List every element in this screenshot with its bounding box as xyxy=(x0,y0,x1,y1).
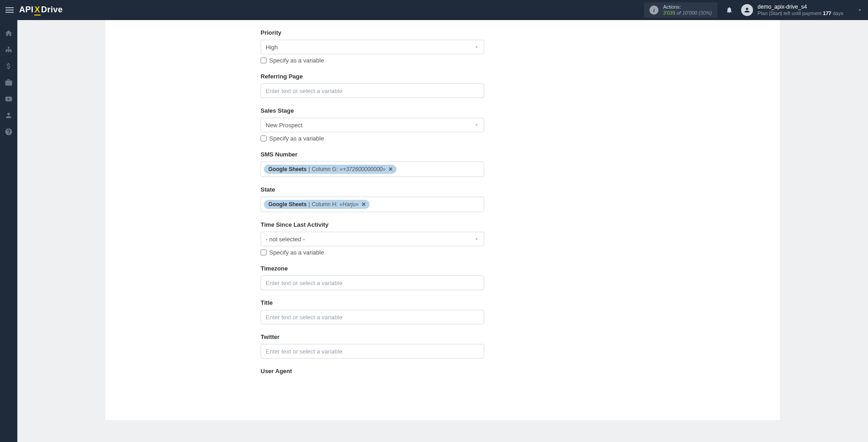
time-since-checkbox[interactable] xyxy=(261,250,267,255)
title-input[interactable] xyxy=(266,314,479,321)
timezone-input-box[interactable] xyxy=(261,276,484,290)
title-input-box[interactable] xyxy=(261,310,484,324)
actions-text: Actions: 3'039 of 10'000 (30%) xyxy=(663,4,712,16)
field-title: Title xyxy=(261,299,625,324)
form-card: Priority High Specify as a variable Refe… xyxy=(105,20,780,420)
state-tag[interactable]: Google Sheets | Column H: «Harju» ✕ xyxy=(264,200,370,209)
user-agent-label: User Agent xyxy=(261,368,625,374)
header-left: APIXDrive xyxy=(5,5,63,16)
sales-stage-checkbox-label[interactable]: Specify as a variable xyxy=(269,135,324,142)
plan-prefix: Plan |Start| left until payment xyxy=(758,10,821,16)
timezone-input[interactable] xyxy=(266,280,479,286)
priority-value: High xyxy=(266,44,474,51)
tag-value: «Harju» xyxy=(340,201,359,208)
actions-label: Actions: xyxy=(663,4,712,10)
user-icon[interactable] xyxy=(5,111,13,120)
svg-rect-3 xyxy=(10,51,12,52)
logo-part3: Drive xyxy=(41,5,63,15)
twitter-label: Twitter xyxy=(261,333,625,340)
time-since-checkbox-label[interactable]: Specify as a variable xyxy=(269,249,324,256)
tag-value: «+372600000000» xyxy=(340,166,386,172)
field-sales-stage: Sales Stage New Prospect Specify as a va… xyxy=(261,107,625,142)
referring-page-input-box[interactable] xyxy=(261,83,484,98)
user-menu[interactable]: demo_apix-drive_s4 Plan |Start| left unt… xyxy=(741,4,863,16)
actions-total: 10'000 xyxy=(682,10,697,16)
sales-stage-checkbox-row: Specify as a variable xyxy=(261,135,625,142)
tag-remove-icon[interactable]: ✕ xyxy=(361,201,366,208)
actions-box[interactable]: i Actions: 3'039 of 10'000 (30%) xyxy=(644,2,717,18)
field-priority: Priority High Specify as a variable xyxy=(261,29,625,64)
main: Priority High Specify as a variable Refe… xyxy=(17,20,868,420)
youtube-icon[interactable] xyxy=(5,95,13,103)
sales-stage-label: Sales Stage xyxy=(261,107,625,114)
actions-of: of xyxy=(677,10,681,16)
state-input[interactable]: Google Sheets | Column H: «Harju» ✕ xyxy=(261,197,484,212)
username: demo_apix-drive_s4 xyxy=(758,4,843,10)
avatar xyxy=(741,4,753,16)
field-state: State Google Sheets | Column H: «Harju» … xyxy=(261,186,625,212)
svg-rect-0 xyxy=(8,47,10,48)
referring-page-label: Referring Page xyxy=(261,73,625,80)
svg-rect-1 xyxy=(5,51,7,52)
sitemap-icon[interactable] xyxy=(5,46,13,54)
timezone-label: Timezone xyxy=(261,265,625,272)
help-icon[interactable] xyxy=(5,128,13,136)
logo[interactable]: APIXDrive xyxy=(19,5,63,16)
priority-checkbox-row: Specify as a variable xyxy=(261,57,625,64)
tag-remove-icon[interactable]: ✕ xyxy=(388,166,393,172)
header-right: i Actions: 3'039 of 10'000 (30%) demo_ap… xyxy=(644,2,863,18)
logo-part1: API xyxy=(19,5,34,15)
sales-stage-value: New Prospect xyxy=(266,122,474,129)
sms-number-input[interactable]: Google Sheets | Column G: «+372600000000… xyxy=(261,161,484,177)
chevron-down-icon xyxy=(474,236,479,242)
priority-label: Priority xyxy=(261,29,625,36)
time-since-value: - not selected - xyxy=(266,236,474,243)
field-twitter: Twitter xyxy=(261,333,625,359)
sales-stage-checkbox[interactable] xyxy=(261,135,267,141)
menu-icon[interactable] xyxy=(5,7,14,13)
field-sms-number: SMS Number Google Sheets | Column G: «+3… xyxy=(261,151,625,177)
sms-number-label: SMS Number xyxy=(261,151,625,158)
plan-line: Plan |Start| left until payment 177 days xyxy=(758,10,843,16)
twitter-input-box[interactable] xyxy=(261,344,484,359)
field-timezone: Timezone xyxy=(261,265,625,290)
sidebar xyxy=(0,20,17,420)
priority-checkbox-label[interactable]: Specify as a variable xyxy=(269,57,324,64)
twitter-input[interactable] xyxy=(266,348,479,355)
field-referring-page: Referring Page xyxy=(261,73,625,98)
chevron-down-icon xyxy=(474,122,479,128)
home-icon[interactable] xyxy=(5,29,13,37)
dollar-icon[interactable] xyxy=(5,62,13,70)
tag-source: Google Sheets xyxy=(268,166,307,172)
plan-days: 177 xyxy=(823,10,831,16)
time-since-select[interactable]: - not selected - xyxy=(261,232,484,246)
plan-suffix: days xyxy=(833,10,843,16)
field-time-since: Time Since Last Activity - not selected … xyxy=(261,221,625,256)
tag-column: Column G: xyxy=(312,166,338,172)
tag-sep: | xyxy=(309,166,310,172)
time-since-label: Time Since Last Activity xyxy=(261,221,625,228)
info-icon: i xyxy=(649,5,659,15)
sms-number-tag[interactable]: Google Sheets | Column G: «+372600000000… xyxy=(264,165,397,174)
field-user-agent: User Agent xyxy=(261,368,625,374)
svg-rect-2 xyxy=(8,51,10,52)
tag-source: Google Sheets xyxy=(268,201,307,208)
title-label: Title xyxy=(261,299,625,306)
header: APIXDrive i Actions: 3'039 of 10'000 (30… xyxy=(0,0,868,20)
user-text: demo_apix-drive_s4 Plan |Start| left unt… xyxy=(758,4,843,16)
chevron-down-icon xyxy=(857,7,863,13)
priority-checkbox[interactable] xyxy=(261,57,267,63)
referring-page-input[interactable] xyxy=(266,88,479,94)
time-since-checkbox-row: Specify as a variable xyxy=(261,249,625,256)
briefcase-icon[interactable] xyxy=(5,78,13,87)
chevron-down-icon xyxy=(474,44,479,50)
state-label: State xyxy=(261,186,625,193)
bell-icon[interactable] xyxy=(726,6,733,14)
sales-stage-select[interactable]: New Prospect xyxy=(261,118,484,132)
actions-pct: (30%) xyxy=(699,10,712,16)
logo-part2: X xyxy=(34,5,41,16)
priority-select[interactable]: High xyxy=(261,40,484,54)
tag-sep: | xyxy=(309,201,310,208)
tag-column: Column H: xyxy=(312,201,338,208)
actions-count: 3'039 xyxy=(663,10,675,16)
